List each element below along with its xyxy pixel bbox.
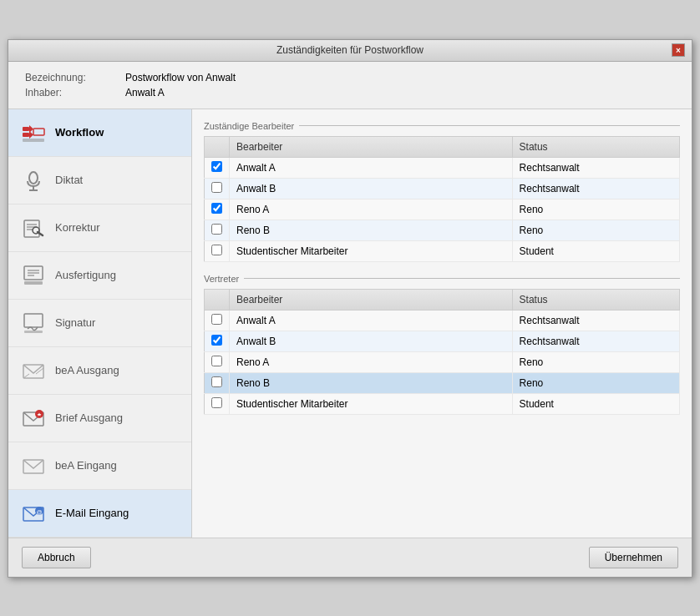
sidebar-label-ausfertigung: Ausfertigung (55, 269, 116, 281)
korrektur-icon (18, 213, 48, 243)
sidebar: Workflow Diktat (8, 109, 192, 538)
bearbeiter-status-cell: Rechtsanwalt (512, 157, 679, 178)
bearbeiter-col-name: Bearbeiter (230, 136, 513, 157)
sidebar-item-signatur[interactable]: Signatur (8, 300, 191, 347)
svg-rect-5 (23, 139, 44, 142)
svg-rect-4 (33, 129, 44, 135)
sidebar-label-bea-ausgang: beA Ausgang (55, 364, 119, 376)
checkbox-cell[interactable] (205, 220, 230, 240)
apply-button[interactable]: Übernehmen (589, 547, 678, 568)
bezeichnung-label: Bezeichnung: (25, 72, 125, 83)
bearbeiter-status-cell: Rechtsanwalt (512, 178, 679, 199)
bearbeiter-status-cell: Reno (512, 220, 679, 240)
sidebar-item-email-eingang[interactable]: @ E-Mail Eingang (8, 490, 191, 538)
table-row[interactable]: Studentischer Mitarbeiter Student (205, 240, 680, 261)
checkbox-cell[interactable] (205, 310, 230, 331)
vertreter-section-title: Vertreter (204, 274, 239, 284)
sidebar-label-korrektur: Korrektur (55, 221, 99, 234)
cancel-button[interactable]: Abbruch (22, 547, 91, 568)
svg-line-22 (36, 368, 43, 374)
checkbox-cell[interactable] (205, 372, 230, 393)
vertreter-checkbox-2[interactable] (211, 356, 222, 366)
table-row[interactable]: Reno A Reno (205, 351, 680, 372)
vertreter-col-check (205, 289, 230, 310)
checkbox-cell[interactable] (205, 331, 230, 351)
table-row[interactable]: Anwalt A Rechtsanwalt (205, 310, 680, 331)
sidebar-label-email-eingang: E-Mail Eingang (55, 507, 129, 519)
sidebar-item-bea-ausgang[interactable]: beA Ausgang (8, 347, 191, 395)
checkbox-cell[interactable] (205, 240, 230, 261)
checkbox-cell[interactable] (205, 351, 230, 372)
bearbeiter-name-cell: Studentischer Mitarbeiter (230, 240, 513, 261)
dialog: Zuständigkeiten für Postworkflow × Bezei… (8, 39, 692, 578)
bearbeiter-table: Bearbeiter Status Anwalt A Rechtsanwalt … (204, 136, 680, 262)
vertreter-name-cell: Reno B (230, 372, 513, 393)
inhaber-row: Inhaber: Anwalt A (25, 87, 675, 98)
table-row[interactable]: Reno B Reno (205, 220, 680, 240)
bearbeiter-section-line (299, 125, 680, 126)
bea-ausgang-icon (18, 356, 48, 386)
checkbox-cell[interactable] (205, 393, 230, 414)
vertreter-status-cell: Reno (512, 351, 679, 372)
vertreter-name-cell: Reno A (230, 351, 513, 372)
checkbox-cell[interactable] (205, 157, 230, 178)
vertreter-col-status: Status (512, 289, 679, 310)
table-row[interactable]: Studentischer Mitarbeiter Student (205, 393, 680, 414)
vertreter-checkbox-4[interactable] (211, 397, 222, 408)
inhaber-label: Inhaber: (25, 87, 125, 98)
sidebar-item-ausfertigung[interactable]: Ausfertigung (8, 252, 191, 300)
title-bar: Zuständigkeiten für Postworkflow × (8, 40, 692, 62)
svg-rect-0 (23, 127, 29, 131)
vertreter-name-cell: Studentischer Mitarbeiter (230, 393, 513, 414)
bearbeiter-status-cell: Reno (512, 199, 679, 220)
main-content: Workflow Diktat (8, 109, 692, 538)
table-row[interactable]: Anwalt A Rechtsanwalt (205, 157, 680, 178)
sidebar-item-brief-ausgang[interactable]: Brief Ausgang (8, 395, 191, 442)
vertreter-checkbox-3[interactable] (211, 376, 222, 387)
brief-ausgang-icon (18, 403, 48, 433)
vertreter-checkbox-1[interactable] (211, 335, 222, 346)
email-eingang-icon: @ (18, 498, 48, 528)
bearbeiter-checkbox-0[interactable] (211, 161, 222, 172)
bearbeiter-checkbox-2[interactable] (211, 203, 222, 214)
bearbeiter-checkbox-4[interactable] (211, 245, 222, 255)
dialog-title: Zuständigkeiten für Postworkflow (28, 44, 672, 56)
ausfertigung-icon (18, 260, 48, 290)
bearbeiter-header-row: Bearbeiter Status (205, 136, 680, 157)
sidebar-item-bea-eingang[interactable]: beA Eingang (8, 442, 191, 490)
vertreter-name-cell: Anwalt A (230, 310, 513, 331)
svg-rect-1 (23, 133, 29, 137)
table-row[interactable]: Reno A Reno (205, 199, 680, 220)
sidebar-item-korrektur[interactable]: Korrektur (8, 204, 191, 252)
close-button[interactable]: × (672, 43, 685, 57)
svg-rect-15 (24, 281, 43, 285)
dialog-body: Bezeichnung: Postworkflow von Anwalt Inh… (8, 62, 692, 577)
sidebar-label-bea-eingang: beA Eingang (55, 459, 117, 472)
svg-rect-19 (24, 314, 43, 327)
sidebar-item-diktat[interactable]: Diktat (8, 157, 191, 204)
bearbeiter-checkbox-1[interactable] (211, 182, 222, 193)
vertreter-table: Bearbeiter Status Anwalt A Rechtsanwalt … (204, 289, 680, 415)
table-row[interactable]: Reno B Reno (205, 372, 680, 393)
vertreter-col-name: Bearbeiter (230, 289, 513, 310)
table-row[interactable]: Anwalt B Rechtsanwalt (205, 331, 680, 351)
footer: Abbruch Übernehmen (8, 538, 692, 577)
checkbox-cell[interactable] (205, 199, 230, 220)
vertreter-status-cell: Student (512, 393, 679, 414)
table-row[interactable]: Anwalt B Rechtsanwalt (205, 178, 680, 199)
bearbeiter-col-check (205, 136, 230, 157)
diktat-icon (18, 165, 48, 195)
bearbeiter-checkbox-3[interactable] (211, 224, 222, 235)
svg-rect-9 (24, 220, 39, 237)
sidebar-label-brief-ausgang: Brief Ausgang (55, 412, 123, 424)
vertreter-checkbox-0[interactable] (211, 314, 222, 325)
bezeichnung-row: Bezeichnung: Postworkflow von Anwalt (25, 72, 675, 83)
bea-eingang-icon (18, 451, 48, 481)
svg-point-13 (33, 227, 39, 234)
bearbeiter-name-cell: Reno B (230, 220, 513, 240)
bearbeiter-name-cell: Reno A (230, 199, 513, 220)
checkbox-cell[interactable] (205, 178, 230, 199)
inhaber-value: Anwalt A (125, 87, 165, 98)
sidebar-item-workflow[interactable]: Workflow (8, 109, 191, 157)
workflow-icon (18, 118, 48, 148)
